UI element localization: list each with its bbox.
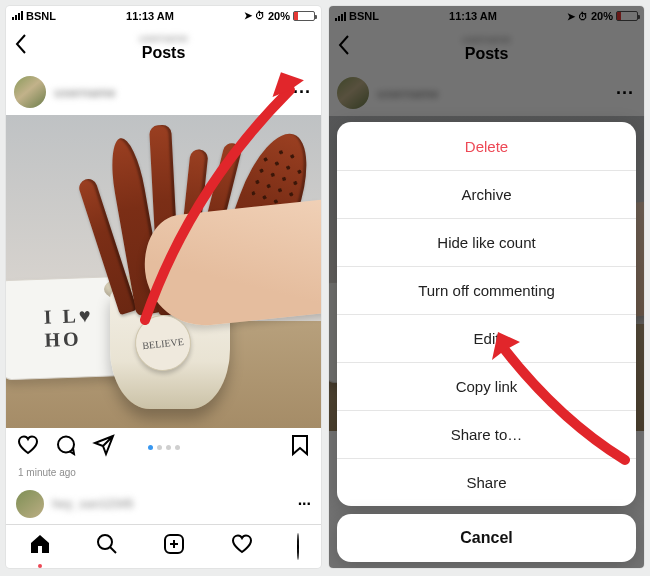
status-bar: BSNL 11:13 AM ➤ ⏱ 20% [6,6,321,26]
location-icon: ➤ [244,10,252,21]
svg-point-0 [98,535,112,549]
tab-search[interactable] [95,532,119,562]
carousel-indicator [148,445,180,450]
sheet-item-archive[interactable]: Archive [337,170,636,218]
tab-profile[interactable] [297,534,299,560]
post-options-button[interactable]: ··· [293,82,311,103]
cancel-button[interactable]: Cancel [337,514,636,562]
battery-pct: 20% [268,10,290,22]
sheet-item-edit[interactable]: Edit [337,314,636,362]
tab-activity[interactable] [230,532,254,562]
nav-header: username Posts [6,26,321,70]
post-action-bar [6,428,321,468]
battery-icon [293,11,315,21]
next-post-header: hey_san12345 ··· [6,484,321,524]
action-sheet: DeleteArchiveHide like countTurn off com… [337,122,636,506]
avatar[interactable] [14,76,46,108]
post-username[interactable]: hey_san12345 [52,497,290,511]
clock-label: 11:13 AM [126,10,174,22]
post-header: username ··· [6,70,321,116]
sheet-item-copy-link[interactable]: Copy link [337,362,636,410]
send-button[interactable] [92,433,116,463]
page-title: Posts [139,44,188,62]
post-username[interactable]: username [54,85,293,100]
back-button[interactable] [14,33,28,61]
comment-button[interactable] [54,433,78,463]
save-button[interactable] [289,437,311,462]
alarm-icon: ⏱ [255,10,265,21]
avatar[interactable] [16,490,44,518]
sheet-item-share[interactable]: Share [337,458,636,506]
phone-right: BSNL 11:13 AM ➤ ⏱ 20% username Posts use… [329,6,644,568]
carrier-label: BSNL [26,10,56,22]
phone-left: BSNL 11:13 AM ➤ ⏱ 20% username Posts use… [6,6,321,568]
header-subtitle: username [139,32,188,44]
sheet-item-delete[interactable]: Delete [337,122,636,170]
sheet-item-hide-like-count[interactable]: Hide like count [337,218,636,266]
tab-bar [6,524,321,568]
post-image[interactable]: I L♥ HO BELIEVE [6,115,321,428]
post-options-button[interactable]: ··· [298,495,311,513]
signal-icon [12,11,23,20]
tab-create[interactable] [162,532,186,562]
like-button[interactable] [16,433,40,463]
hand-in-photo [139,200,321,331]
sheet-item-turn-off-commenting[interactable]: Turn off commenting [337,266,636,314]
post-timestamp: 1 minute ago [6,467,321,484]
sheet-item-share-to[interactable]: Share to… [337,410,636,458]
tab-home[interactable] [28,532,52,562]
